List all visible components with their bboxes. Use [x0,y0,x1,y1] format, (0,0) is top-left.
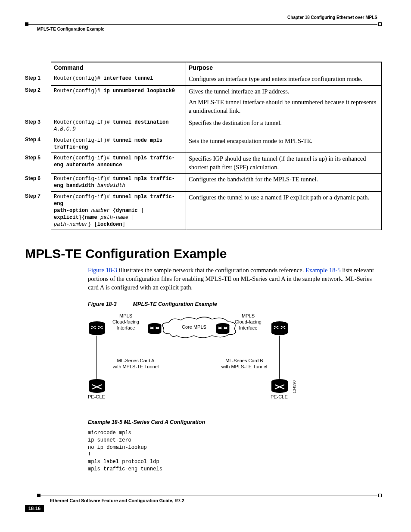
command-cell: Router(config-if)# tunnel mode mpls traf… [51,135,186,152]
col-command: Command [51,62,186,73]
command-cell: Router(config-if)# tunnel mpls traffic-e… [51,153,186,174]
step-label: Step 1 [25,73,51,86]
footer-end-icon [378,494,382,497]
router-icon [271,321,289,336]
purpose-cell: Specifies the destination for a tunnel. [186,117,382,135]
command-cell: Router(config-if)# tunnel destination A.… [51,117,186,135]
router-icon [215,323,230,335]
page-header: Chapter 18 Configuring Ethernet over MPL… [25,15,382,31]
header-chapter: Chapter 18 Configuring Ethernet over MPL… [25,15,382,20]
purpose-cell: Configures the bandwidth for the MPLS-TE… [186,174,382,191]
step-label: Step 2 [25,85,51,117]
example-caption: Example 18-5 ML-Series Card A Configurat… [88,419,382,425]
step-label: Step 6 [25,174,51,191]
table-row: Step 1 Router(config)# interface tunnel … [25,73,382,86]
table-row: Step 7 Router(config-if)# tunnel mpls tr… [25,191,382,230]
header-section: MPLS-TE Configuration Example [25,27,382,31]
network-diagram: Core MPLS MPLS Cloud-facing Interface MP… [88,311,312,402]
cloud-left-label: MPLS Cloud-facing Interface [109,313,142,331]
table-row: Step 5 Router(config-if)# tunnel mpls tr… [25,153,382,174]
example-code: microcode mpls ip subnet-zero no ip doma… [88,429,382,473]
step-label: Step 4 [25,135,51,152]
svg-point-2 [89,330,105,335]
purpose-cell: Specifies IGP should use the tunnel (if … [186,153,382,174]
purpose-cell: Sets the tunnel encapsulation mode to MP… [186,135,382,152]
header-rule [25,22,382,26]
cloud-right-label: MPLS Cloud-facing Interface [232,313,265,331]
page-footer: Ethernet Card Software Feature and Confi… [25,494,382,512]
command-cell: Router(config-if)# tunnel mpls traffic-e… [51,174,186,191]
step-label: Step 3 [25,117,51,135]
card-b-label: ML-Series Card B with MPLS-TE Tunnel [216,358,272,370]
pe-left-label: PE-CLE [88,394,105,400]
step-label: Step 5 [25,153,51,174]
router-icon [147,323,162,335]
header-end-icon [378,22,382,26]
svg-point-11 [271,330,288,335]
core-label: Core MPLS [182,324,206,330]
table-row: Step 4 Router(config-if)# tunnel mode mp… [25,135,382,152]
pe-right-label: PE-CLE [271,394,288,400]
header-marker-icon [25,22,28,26]
section-heading: MPLS-TE Configuration Example [25,246,382,261]
figure-crossref-link[interactable]: Figure 18-3 [88,267,117,274]
command-cell: Router(config)# interface tunnel [51,73,186,86]
svg-point-5 [148,330,162,334]
footer-guide-title: Ethernet Card Software Feature and Confi… [50,498,382,503]
table-row: Step 6 Router(config-if)# tunnel mpls tr… [25,174,382,191]
figure-caption: Figure 18-3MPLS-TE Configuration Example [88,301,382,307]
table-row: Step 3 Router(config-if)# tunnel destina… [25,117,382,135]
router-icon [88,321,106,336]
router-icon [271,379,289,393]
purpose-cell: Configures the tunnel to use a named IP … [186,191,382,230]
intro-paragraph: Figure 18-3 illustrates the sample netwo… [88,266,382,292]
svg-point-8 [216,330,230,334]
footer-marker-icon [37,494,40,497]
svg-point-14 [89,388,105,393]
card-a-label: ML-Series Card A with MPLS-TE Tunnel [108,358,164,370]
table-row: Step 2 Router(config)# ip unnumbered loo… [25,85,382,117]
purpose-cell: Gives the tunnel interface an IP address… [186,85,382,117]
step-label: Step 7 [25,191,51,230]
svg-point-17 [271,388,288,393]
col-purpose: Purpose [186,62,382,73]
figure-id: 134598 [292,380,296,393]
page-number: 18-16 [25,505,44,512]
purpose-cell: Configures an interface type and enters … [186,73,382,86]
router-icon [88,379,106,393]
command-table: Command Purpose Step 1 Router(config)# i… [25,62,382,230]
command-cell: Router(config)# ip unnumbered loopback0 [51,85,186,117]
command-cell: Router(config-if)# tunnel mpls traffic-e… [51,191,186,230]
example-crossref-link[interactable]: Example 18-5 [305,267,341,274]
